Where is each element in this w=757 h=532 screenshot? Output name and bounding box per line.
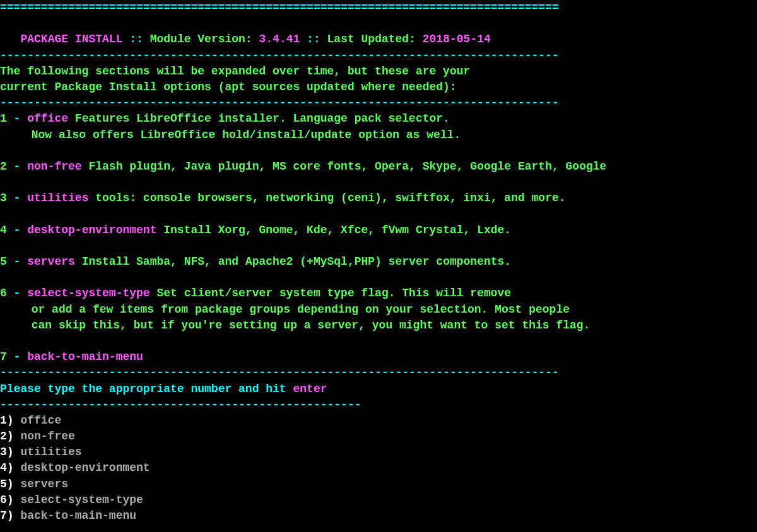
option-number: 3 <box>0 192 7 204</box>
last-updated-label: Last Updated: <box>327 33 423 45</box>
last-updated-value: 2018-05-14 <box>423 33 491 45</box>
option-key: servers <box>27 255 75 268</box>
prompt-line: Please type the appropriate number and h… <box>0 381 757 397</box>
menu-option-back-to-main-menu[interactable]: 7 - back-to-main-menu <box>0 349 757 365</box>
list-item-name: desktop-environment <box>20 461 150 474</box>
sep1: :: <box>122 33 150 45</box>
menu-option-select-system-type[interactable]: 6 - select-system-type Set client/server… <box>0 286 757 301</box>
menu-option-utilities[interactable]: 3 - utilities tools: console browsers, n… <box>0 190 757 206</box>
list-item-number: 1) <box>0 414 20 427</box>
option-dash: - <box>7 112 27 125</box>
option-dash: - <box>7 255 27 268</box>
list-item-office[interactable]: 1) office <box>0 413 757 429</box>
list-item-number: 4) <box>0 461 20 474</box>
menu-option-office[interactable]: 1 - office Features LibreOffice installe… <box>0 111 757 127</box>
list-item-servers[interactable]: 5) servers <box>0 477 757 492</box>
list-item-back-to-main-menu[interactable]: 7) back-to-main-menu <box>0 508 757 524</box>
module-version-value: 3.4.41 <box>259 33 300 45</box>
option-dash: - <box>7 224 27 236</box>
list-item-non-free[interactable]: 2) non-free <box>0 429 757 444</box>
blank-line <box>0 206 757 222</box>
option-description-cont: can skip this, but if you're setting up … <box>0 318 757 333</box>
menu-option-non-free[interactable]: 2 - non-free Flash plugin, Java plugin, … <box>0 159 757 175</box>
app-title: PACKAGE INSTALL <box>20 33 122 45</box>
option-dash: - <box>7 160 27 173</box>
option-key: office <box>27 112 68 125</box>
list-item-number: 6) <box>0 494 20 506</box>
list-item-number: 5) <box>0 478 20 490</box>
option-key: desktop-environment <box>27 224 156 236</box>
blank-line <box>0 175 757 190</box>
list-item-select-system-type[interactable]: 6) select-system-type <box>0 492 757 508</box>
module-version-label: Module Version: <box>150 33 259 45</box>
option-number: 5 <box>0 255 7 268</box>
list-item-name: select-system-type <box>20 494 143 506</box>
option-description: Flash plugin, Java plugin, MS core fonts… <box>82 160 607 173</box>
option-description-cont: Now also offers LibreOffice hold/install… <box>0 127 757 143</box>
option-description: Set client/server system type flag. This… <box>150 287 512 299</box>
blank-line <box>0 270 757 286</box>
option-number: 7 <box>0 350 7 363</box>
option-number: 2 <box>0 160 7 173</box>
intro-line2: current Package Install options (apt sou… <box>0 81 457 93</box>
list-item-name: back-to-main-menu <box>20 509 136 522</box>
option-description: Install Samba, NFS, and Apache2 (+MySql,… <box>75 255 511 268</box>
list-item-desktop-environment[interactable]: 4) desktop-environment <box>0 460 757 476</box>
blank-line <box>0 238 757 254</box>
list-item-name: office <box>20 414 61 427</box>
divider-header-bottom: ----------------------------------------… <box>0 49 559 62</box>
prompt-enter: enter <box>293 383 327 395</box>
sep2: :: <box>300 33 327 45</box>
divider-intro-bottom: ----------------------------------------… <box>0 96 559 109</box>
option-description: Features LibreOffice installer. Language… <box>68 112 450 125</box>
option-dash: - <box>7 192 27 204</box>
option-number: 1 <box>0 112 7 125</box>
blank-line <box>0 333 757 349</box>
list-item-number: 7) <box>0 509 20 522</box>
prompt-text: Please type the appropriate number and h… <box>0 383 293 395</box>
list-item-number: 2) <box>0 430 20 442</box>
intro-line1: The following sections will be expanded … <box>0 65 470 78</box>
divider-before-prompt: ----------------------------------------… <box>0 366 559 379</box>
list-item-name: servers <box>20 478 68 490</box>
option-dash: - <box>7 287 27 299</box>
header-line: PACKAGE INSTALL :: Module Version: 3.4.4… <box>0 16 757 47</box>
divider-top: ========================================… <box>0 1 559 14</box>
list-item-name: non-free <box>20 430 74 442</box>
option-dash: - <box>7 350 27 363</box>
option-description-cont: or add a few items from package groups d… <box>0 302 757 318</box>
menu-option-desktop-environment[interactable]: 4 - desktop-environment Install Xorg, Gn… <box>0 223 757 238</box>
option-key: utilities <box>27 192 88 204</box>
option-number: 4 <box>0 224 7 236</box>
list-item-name: utilities <box>20 446 81 458</box>
menu-option-servers[interactable]: 5 - servers Install Samba, NFS, and Apac… <box>0 254 757 270</box>
divider-after-prompt: ----------------------------------------… <box>0 398 361 411</box>
list-item-number: 3) <box>0 446 20 458</box>
option-description: Install Xorg, Gnome, Kde, Xfce, fVwm Cry… <box>156 224 511 236</box>
list-item-utilities[interactable]: 3) utilities <box>0 444 757 460</box>
option-number: 6 <box>0 287 7 299</box>
option-description: tools: console browsers, networking (cen… <box>88 192 565 204</box>
blank-line <box>0 143 757 159</box>
option-key: non-free <box>27 160 81 173</box>
option-key: select-system-type <box>27 287 150 299</box>
option-key: back-to-main-menu <box>27 350 143 363</box>
